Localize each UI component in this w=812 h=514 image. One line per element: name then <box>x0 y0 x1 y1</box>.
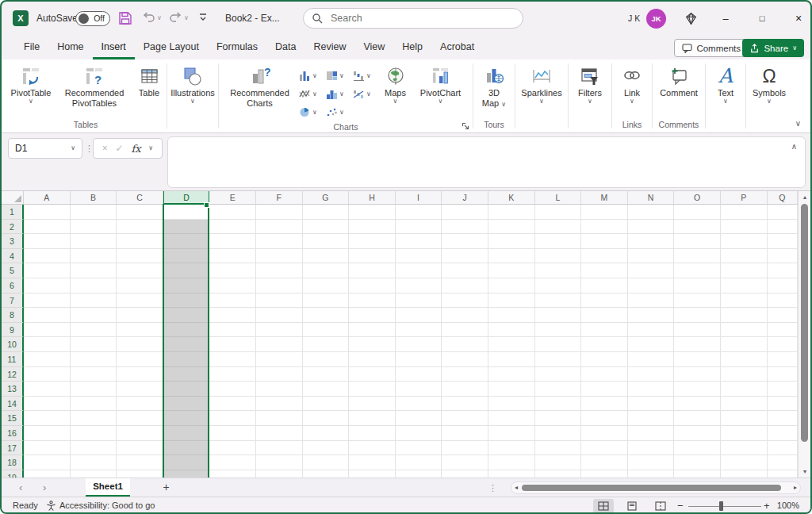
excel-app-icon[interactable]: X <box>13 10 29 26</box>
column-header-C[interactable]: C <box>117 191 163 205</box>
row-header-9[interactable]: 9 <box>2 323 24 338</box>
cell-K13[interactable] <box>488 382 535 397</box>
cell-G6[interactable] <box>303 278 350 293</box>
cell-H5[interactable] <box>349 263 396 278</box>
cell-C15[interactable] <box>117 411 163 426</box>
cell-B13[interactable] <box>71 382 117 397</box>
autosave-toggle[interactable]: Off <box>75 11 110 26</box>
insert-scatter-chart-button[interactable]: ∨ <box>322 103 349 121</box>
sheet-tab-sheet1[interactable]: Sheet1 <box>86 478 130 497</box>
row-header-17[interactable]: 17 <box>2 441 24 456</box>
cell-I15[interactable] <box>396 411 442 426</box>
cell-G3[interactable] <box>303 234 350 249</box>
cell-Q4[interactable] <box>768 249 799 264</box>
column-header-N[interactable]: N <box>628 191 675 205</box>
cell-Q8[interactable] <box>768 308 799 323</box>
cell-C4[interactable] <box>117 249 163 264</box>
cell-E7[interactable] <box>209 293 256 309</box>
customize-quick-access-icon[interactable] <box>197 13 209 22</box>
cell-H14[interactable] <box>349 397 396 412</box>
cell-B12[interactable] <box>71 367 117 382</box>
cell-B3[interactable] <box>71 234 117 249</box>
cell-O8[interactable] <box>674 308 721 323</box>
cell-Q10[interactable] <box>768 337 799 352</box>
cell-M4[interactable] <box>581 249 628 264</box>
cell-G15[interactable] <box>303 411 350 426</box>
cell-N1[interactable] <box>628 205 675 220</box>
cell-K2[interactable] <box>488 220 535 235</box>
cell-F15[interactable] <box>256 411 303 426</box>
column-header-I[interactable]: I <box>396 191 442 205</box>
cell-K9[interactable] <box>488 323 535 338</box>
cell-M12[interactable] <box>581 367 628 382</box>
cell-H1[interactable] <box>349 205 396 220</box>
cell-J17[interactable] <box>442 441 488 456</box>
cell-K7[interactable] <box>488 293 535 309</box>
cell-I19[interactable] <box>396 470 442 478</box>
cell-O19[interactable] <box>674 470 721 478</box>
cell-C16[interactable] <box>117 426 163 441</box>
cell-L8[interactable] <box>535 308 582 323</box>
row-header-19[interactable]: 19 <box>2 470 24 478</box>
search-input[interactable] <box>329 12 515 25</box>
sparklines-button[interactable]: Sparklines ∨ <box>521 62 561 105</box>
cell-K5[interactable] <box>488 263 535 278</box>
cell-M9[interactable] <box>581 323 628 338</box>
cell-H17[interactable] <box>349 441 396 456</box>
cell-D2[interactable] <box>163 220 210 235</box>
cell-H7[interactable] <box>349 293 396 309</box>
cell-L1[interactable] <box>535 205 582 220</box>
column-header-A[interactable]: A <box>24 191 71 205</box>
cell-H9[interactable] <box>349 323 396 338</box>
cell-L3[interactable] <box>535 234 582 249</box>
cell-N12[interactable] <box>628 367 675 382</box>
cell-F8[interactable] <box>256 308 303 323</box>
undo-button[interactable]: ∨ <box>142 11 162 23</box>
cell-J2[interactable] <box>442 220 488 235</box>
cell-Q3[interactable] <box>768 234 799 249</box>
cell-E16[interactable] <box>209 426 256 441</box>
insert-combo-chart-button[interactable]: ∨ <box>349 85 376 103</box>
share-button[interactable]: Share ∨ <box>742 39 804 57</box>
cell-P18[interactable] <box>721 455 768 470</box>
enter-icon[interactable]: ✓ <box>116 143 124 154</box>
cell-N17[interactable] <box>628 441 675 456</box>
cell-D18[interactable] <box>163 455 210 470</box>
cell-O12[interactable] <box>674 367 721 382</box>
cell-O18[interactable] <box>674 455 721 470</box>
cell-I14[interactable] <box>396 397 442 412</box>
cell-G16[interactable] <box>303 426 350 441</box>
cell-A7[interactable] <box>24 293 71 309</box>
cell-B1[interactable] <box>71 205 117 220</box>
cell-K6[interactable] <box>488 278 535 293</box>
row-header-13[interactable]: 13 <box>2 382 24 397</box>
cell-P3[interactable] <box>721 234 768 249</box>
cancel-icon[interactable]: × <box>102 143 108 154</box>
cell-B7[interactable] <box>71 293 117 309</box>
cell-G9[interactable] <box>303 323 350 338</box>
cell-L16[interactable] <box>535 426 582 441</box>
cell-N14[interactable] <box>628 397 675 412</box>
cell-B17[interactable] <box>71 441 117 456</box>
cell-P10[interactable] <box>721 337 768 352</box>
cell-P1[interactable] <box>721 205 768 220</box>
cell-C6[interactable] <box>117 278 163 293</box>
cell-F5[interactable] <box>256 263 303 278</box>
new-sheet-button[interactable]: + <box>159 480 174 495</box>
cell-O2[interactable] <box>674 220 721 235</box>
insert-pie-chart-button[interactable]: ∨ <box>295 103 322 121</box>
cell-J9[interactable] <box>442 323 488 338</box>
cell-Q1[interactable] <box>768 205 799 220</box>
row-header-11[interactable]: 11 <box>2 352 24 367</box>
cell-J15[interactable] <box>442 411 488 426</box>
vertical-scrollbar[interactable]: ▴ ▾ <box>798 191 810 478</box>
cell-L13[interactable] <box>535 382 582 397</box>
cell-A4[interactable] <box>24 249 71 264</box>
cell-N6[interactable] <box>628 278 675 293</box>
row-header-4[interactable]: 4 <box>2 249 24 264</box>
tab-view[interactable]: View <box>354 36 393 59</box>
collapse-formula-bar-icon[interactable]: ∧ <box>791 142 797 151</box>
cell-C5[interactable] <box>117 263 163 278</box>
insert-line-chart-button[interactable]: ∨ <box>295 85 322 103</box>
cell-A10[interactable] <box>24 337 71 352</box>
